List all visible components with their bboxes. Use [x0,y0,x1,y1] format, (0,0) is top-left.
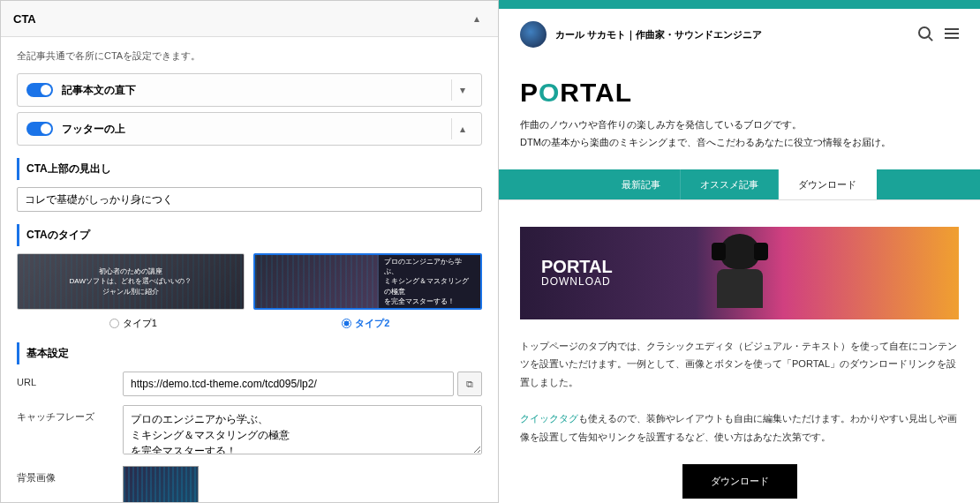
content-text: も使えるので、装飾やレイアウトも自由に編集いただけます。わかりやすい見出しや画像… [520,413,957,442]
type1-line1: 初心者のための講座 [99,267,162,276]
radio-label: タイプ2 [355,317,389,330]
tab-bar: 最新記事 オススメ記事 ダウンロード [499,169,980,200]
url-input[interactable] [123,372,454,396]
radio-icon [109,319,119,328]
bg-image-label: 背景画像 [17,466,123,484]
hero-desc-line: 作曲のノウハウや音作りの楽しみ方を発信しているブログです。 [520,116,959,134]
radio-type1[interactable]: タイプ1 [109,317,157,330]
panel-title: CTA [13,12,36,26]
content-paragraph: クイックタグも使えるので、装飾やレイアウトも自由に編集いただけます。わかりやすい… [520,409,959,447]
type2-line2: ミキシング＆マスタリングの極意 [384,276,475,296]
catchphrase-label: キャッチフレーズ [17,405,123,424]
site-logo: PORTAL [520,78,959,108]
tab-recommended[interactable]: オススメ記事 [681,169,779,200]
tab-content: PORTAL DOWNLOAD トップページのタブ内では、クラシックエディタ（ビ… [499,200,980,503]
hero-section: PORTAL 作曲のノウハウや音作りの楽しみ方を発信しているブログです。 DTM… [499,69,980,169]
author-avatar[interactable] [520,21,547,48]
quicktag-link[interactable]: クイックタグ [520,413,578,424]
search-icon[interactable] [918,26,931,42]
content-paragraph: トップページのタブ内では、クラシックエディタ（ビジュアル・テキスト）を使って自在… [520,337,959,393]
banner-subtitle: DOWNLOAD [541,275,613,288]
site-preview-panel: カール サカモト｜作曲家・サウンドエンジニア PORTAL 作曲のノウハウや音作… [499,0,980,503]
radio-label: タイプ1 [123,317,157,330]
cta-type1-card[interactable]: 初心者のための講座 DAWソフトは、どれを選べばいいの？ ジャンル別に紹介 [17,253,245,310]
catchphrase-textarea[interactable]: プロのエンジニアから学ぶ、 ミキシング＆マスタリングの極意 を完全マスターする！ [123,405,482,454]
toggle-switch-icon[interactable] [26,122,53,136]
cta-type2-card[interactable]: プロのエンジニアから学ぶ、 ミキシング＆マスタリングの極意 を完全マスターする！ [253,253,483,310]
tab-download[interactable]: ダウンロード [779,169,877,200]
panel-header: CTA ▴ [1,1,498,37]
url-label: URL [17,372,123,387]
cta-heading-input[interactable] [17,187,482,212]
section-heading-label: CTA上部の見出し [17,158,482,180]
admin-settings-panel: CTA ▴ 全記事共通で各所にCTAを設定できます。 記事本文の直下 ▾ フッタ… [0,0,499,503]
toggle-switch-icon[interactable] [26,83,53,97]
type2-thumb [255,255,380,308]
collapse-section-button[interactable]: ▴ [451,118,472,139]
download-banner[interactable]: PORTAL DOWNLOAD [520,227,959,319]
collapse-panel-button[interactable]: ▴ [468,10,486,27]
logo-part: O [539,78,560,107]
open-url-button[interactable]: ⧉ [457,372,482,396]
type1-line3: ジャンル別に紹介 [102,287,159,297]
site-header: カール サカモト｜作曲家・サウンドエンジニア [499,9,980,69]
toggle-label: 記事本文の直下 [62,83,136,98]
toggle-label: フッターの上 [62,122,125,137]
helper-text: 全記事共通で各所にCTAを設定できます。 [17,49,482,63]
hero-desc-line: DTMの基本から楽曲のミキシングまで、音へこだわるあなたに役立つ情報をお届け。 [520,134,959,152]
logo-part: RTAL [560,78,632,107]
expand-section-button[interactable]: ▾ [451,79,472,101]
toggle-above-footer[interactable]: フッターの上 ▴ [17,112,482,146]
radio-type2[interactable]: タイプ2 [342,317,389,330]
section-basic-label: 基本設定 [17,342,482,364]
menu-icon[interactable] [945,26,959,42]
author-name: カール サカモト｜作曲家・サウンドエンジニア [555,28,762,41]
toggle-below-content[interactable]: 記事本文の直下 ▾ [17,73,482,107]
tab-latest[interactable]: 最新記事 [602,169,681,200]
section-type-label: CTAのタイプ [17,224,482,246]
bg-image-thumb[interactable] [123,466,199,503]
banner-illustration [705,234,775,313]
type2-line3: を完全マスターする！ [384,297,475,306]
download-button[interactable]: ダウンロード [682,464,797,499]
type2-line1: プロのエンジニアから学ぶ、 [384,257,475,276]
type1-line2: DAWソフトは、どれを選べばいいの？ [70,276,192,286]
logo-part: P [520,78,539,107]
banner-title: PORTAL [541,258,613,275]
radio-icon [342,319,351,328]
